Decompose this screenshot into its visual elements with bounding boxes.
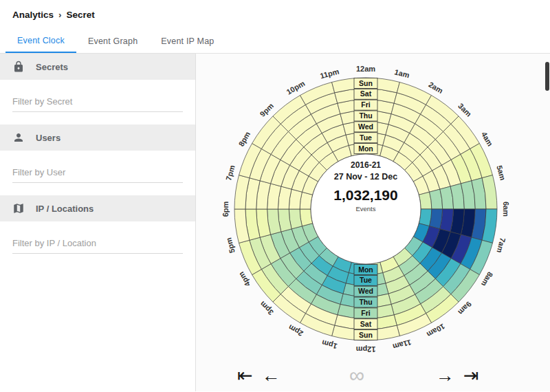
filter-sidebar: Secrets Users IP / Locations xyxy=(0,54,196,391)
tab-event-graph[interactable]: Event Graph xyxy=(76,29,149,53)
hour-label: 9pm xyxy=(258,101,276,118)
hour-label: 3pm xyxy=(258,300,275,317)
skip-first-button[interactable]: ⇤ xyxy=(235,364,254,387)
ip-filter-input[interactable] xyxy=(12,235,183,254)
center-events-label: Events xyxy=(355,205,375,213)
hour-label: 5am xyxy=(495,164,507,182)
next-button[interactable]: → xyxy=(435,364,454,387)
hour-label: 9am xyxy=(456,300,473,316)
user-filter-input[interactable] xyxy=(12,164,183,183)
center-events-count: 1,032,190 xyxy=(333,187,397,203)
event-clock-chart[interactable]: 12am1am2am3am4am5am6am7am8am9am10am11am1… xyxy=(196,54,549,391)
secrets-section-header: Secrets xyxy=(0,54,195,80)
tab-bar: Event Clock Event Graph Event IP Map xyxy=(0,29,550,54)
hour-label: 6am xyxy=(502,202,510,217)
hour-label: 5pm xyxy=(224,237,236,254)
hour-label: 11am xyxy=(392,338,412,351)
hour-label: 7am xyxy=(495,237,507,254)
hour-label: 8am xyxy=(480,270,495,287)
hour-label: 2am xyxy=(427,80,444,96)
previous-button[interactable]: ← xyxy=(261,364,280,387)
users-section-label: Users xyxy=(36,133,60,143)
hour-label: 1pm xyxy=(321,338,338,351)
ip-locations-section-header: IP / Locations xyxy=(0,195,195,221)
tab-event-ip-map[interactable]: Event IP Map xyxy=(149,29,226,53)
scrollbar-thumb[interactable] xyxy=(545,62,549,91)
hour-label: 12pm xyxy=(355,345,375,353)
day-ring-label: Thu xyxy=(359,111,372,120)
day-ring-label: Fri xyxy=(361,309,371,317)
breadcrumb-section[interactable]: Analytics xyxy=(12,10,54,20)
day-ring-label: Tue xyxy=(360,276,372,284)
hour-label: 7pm xyxy=(224,164,236,182)
users-section-header: Users xyxy=(0,124,195,151)
secret-filter-input[interactable] xyxy=(12,94,183,112)
lock-icon xyxy=(12,61,25,73)
day-ring-label: Wed xyxy=(358,287,373,295)
hour-label: 4pm xyxy=(236,270,252,288)
day-ring-label: Sat xyxy=(360,89,372,98)
hour-label: 11pm xyxy=(319,67,340,80)
tab-event-clock[interactable]: Event Clock xyxy=(6,29,76,53)
content: Secrets Users IP / Locations 12am1am2am3… xyxy=(0,54,550,391)
event-clock-panel: 12am1am2am3am4am5am6am7am8am9am10am11am1… xyxy=(196,54,550,391)
hour-label: 1am xyxy=(394,67,411,79)
day-ring-label: Tue xyxy=(360,133,372,142)
hour-label: 4am xyxy=(480,130,495,147)
hour-label: 6pm xyxy=(221,201,230,217)
loop-icon[interactable]: ∞ xyxy=(347,364,366,387)
day-ring-label: Mon xyxy=(358,265,373,274)
day-ring-label: Sun xyxy=(359,331,373,339)
clock-nav-controls: ⇤ ← ∞ → ⇥ xyxy=(196,364,550,387)
hour-label: 2pm xyxy=(287,323,305,338)
skip-last-button[interactable]: ⇥ xyxy=(461,364,481,387)
hour-label: 8pm xyxy=(236,130,252,148)
day-ring-label: Mon xyxy=(358,144,373,153)
day-ring-label: Fri xyxy=(361,100,371,109)
center-year-range: 2016-21 xyxy=(351,160,381,170)
ip-locations-section-label: IP / Locations xyxy=(36,204,94,214)
center-date-range: 27 Nov - 12 Dec xyxy=(334,172,397,182)
day-ring-label: Thu xyxy=(359,298,372,306)
map-icon xyxy=(12,202,25,215)
breadcrumb-separator-icon: › xyxy=(58,10,62,20)
day-ring-label: Wed xyxy=(358,122,373,131)
hour-label: 12am xyxy=(356,65,375,73)
day-ring-label: Sat xyxy=(360,320,372,328)
day-ring-label: Sun xyxy=(359,79,373,87)
breadcrumb: Analytics › Secret xyxy=(0,0,550,29)
person-icon xyxy=(12,131,25,144)
secrets-section-label: Secrets xyxy=(36,62,68,72)
hour-label: 3am xyxy=(456,102,473,118)
breadcrumb-page: Secret xyxy=(67,10,95,20)
